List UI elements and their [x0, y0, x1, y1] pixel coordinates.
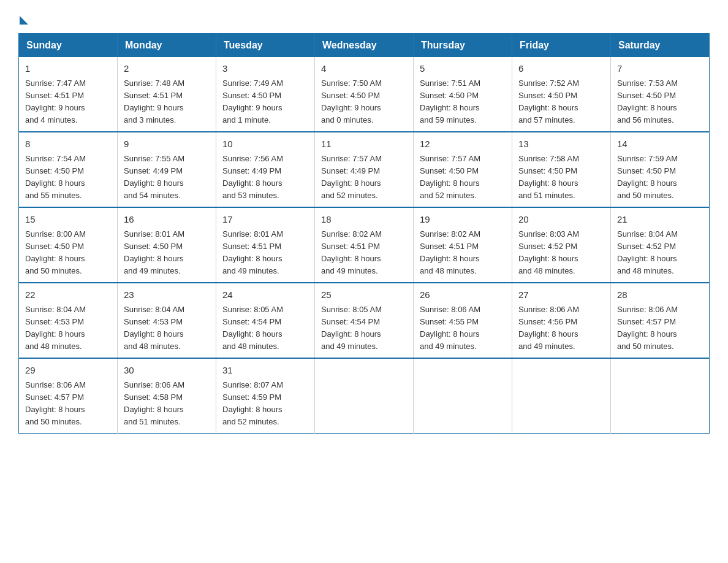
calendar-cell: 13Sunrise: 7:58 AMSunset: 4:50 PMDayligh…: [512, 132, 611, 207]
calendar-cell: [414, 358, 512, 434]
day-number: 31: [222, 364, 308, 378]
day-number: 14: [617, 137, 703, 151]
calendar-cell: 6Sunrise: 7:52 AMSunset: 4:50 PMDaylight…: [512, 57, 611, 132]
col-header-sunday: Sunday: [19, 34, 118, 58]
week-row-2: 8Sunrise: 7:54 AMSunset: 4:50 PMDaylight…: [19, 132, 710, 207]
week-row-3: 15Sunrise: 8:00 AMSunset: 4:50 PMDayligh…: [19, 207, 710, 283]
day-number: 17: [222, 213, 308, 227]
calendar-cell: 3Sunrise: 7:49 AMSunset: 4:50 PMDaylight…: [216, 57, 315, 132]
day-info: Sunrise: 7:52 AMSunset: 4:50 PMDaylight:…: [518, 77, 604, 127]
calendar-cell: 5Sunrise: 7:51 AMSunset: 4:50 PMDaylight…: [414, 57, 512, 132]
day-info: Sunrise: 8:06 AMSunset: 4:55 PMDaylight:…: [420, 304, 506, 353]
day-number: 24: [222, 288, 308, 302]
calendar-cell: 10Sunrise: 7:56 AMSunset: 4:49 PMDayligh…: [216, 132, 315, 207]
day-info: Sunrise: 8:00 AMSunset: 4:50 PMDaylight:…: [25, 228, 111, 278]
calendar-cell: 17Sunrise: 8:01 AMSunset: 4:51 PMDayligh…: [216, 207, 315, 283]
day-info: Sunrise: 8:06 AMSunset: 4:58 PMDaylight:…: [124, 379, 210, 429]
calendar-cell: 2Sunrise: 7:48 AMSunset: 4:51 PMDaylight…: [118, 57, 216, 132]
calendar-cell: 4Sunrise: 7:50 AMSunset: 4:50 PMDaylight…: [315, 57, 414, 132]
day-number: 6: [518, 62, 604, 76]
calendar-cell: 7Sunrise: 7:53 AMSunset: 4:50 PMDaylight…: [611, 57, 710, 132]
day-info: Sunrise: 8:06 AMSunset: 4:56 PMDaylight:…: [518, 304, 604, 353]
day-number: 4: [321, 62, 407, 76]
day-info: Sunrise: 7:56 AMSunset: 4:49 PMDaylight:…: [222, 153, 308, 202]
col-header-friday: Friday: [512, 34, 611, 58]
day-info: Sunrise: 7:50 AMSunset: 4:50 PMDaylight:…: [321, 77, 407, 127]
day-number: 20: [518, 213, 604, 227]
day-info: Sunrise: 8:04 AMSunset: 4:52 PMDaylight:…: [617, 228, 703, 278]
week-row-5: 29Sunrise: 8:06 AMSunset: 4:57 PMDayligh…: [19, 358, 710, 434]
calendar-cell: [315, 358, 414, 434]
day-info: Sunrise: 8:04 AMSunset: 4:53 PMDaylight:…: [25, 304, 111, 353]
calendar-cell: 16Sunrise: 8:01 AMSunset: 4:50 PMDayligh…: [118, 207, 216, 283]
calendar-cell: 11Sunrise: 7:57 AMSunset: 4:49 PMDayligh…: [315, 132, 414, 207]
day-number: 19: [420, 213, 506, 227]
calendar-cell: [512, 358, 611, 434]
calendar-cell: 28Sunrise: 8:06 AMSunset: 4:57 PMDayligh…: [611, 283, 710, 358]
week-row-1: 1Sunrise: 7:47 AMSunset: 4:51 PMDaylight…: [19, 57, 710, 132]
day-info: Sunrise: 8:05 AMSunset: 4:54 PMDaylight:…: [321, 304, 407, 353]
day-info: Sunrise: 8:06 AMSunset: 4:57 PMDaylight:…: [617, 304, 703, 353]
calendar-cell: 27Sunrise: 8:06 AMSunset: 4:56 PMDayligh…: [512, 283, 611, 358]
day-info: Sunrise: 8:04 AMSunset: 4:53 PMDaylight:…: [124, 304, 210, 353]
logo-arrow-icon: [20, 16, 28, 25]
day-info: Sunrise: 7:59 AMSunset: 4:50 PMDaylight:…: [617, 153, 703, 202]
week-row-4: 22Sunrise: 8:04 AMSunset: 4:53 PMDayligh…: [19, 283, 710, 358]
calendar-cell: 23Sunrise: 8:04 AMSunset: 4:53 PMDayligh…: [118, 283, 216, 358]
calendar-cell: 25Sunrise: 8:05 AMSunset: 4:54 PMDayligh…: [315, 283, 414, 358]
day-info: Sunrise: 8:01 AMSunset: 4:50 PMDaylight:…: [124, 228, 210, 278]
calendar-cell: 29Sunrise: 8:06 AMSunset: 4:57 PMDayligh…: [19, 358, 118, 434]
day-number: 9: [124, 137, 210, 151]
calendar-cell: 15Sunrise: 8:00 AMSunset: 4:50 PMDayligh…: [19, 207, 118, 283]
day-number: 11: [321, 137, 407, 151]
day-number: 25: [321, 288, 407, 302]
day-number: 7: [617, 62, 703, 76]
day-info: Sunrise: 7:49 AMSunset: 4:50 PMDaylight:…: [222, 77, 308, 127]
calendar-cell: 18Sunrise: 8:02 AMSunset: 4:51 PMDayligh…: [315, 207, 414, 283]
day-number: 28: [617, 288, 703, 302]
calendar-cell: 12Sunrise: 7:57 AMSunset: 4:50 PMDayligh…: [414, 132, 512, 207]
day-info: Sunrise: 8:03 AMSunset: 4:52 PMDaylight:…: [518, 228, 604, 278]
calendar-table: SundayMondayTuesdayWednesdayThursdayFrid…: [18, 33, 710, 434]
day-number: 3: [222, 62, 308, 76]
calendar-cell: 14Sunrise: 7:59 AMSunset: 4:50 PMDayligh…: [611, 132, 710, 207]
day-number: 5: [420, 62, 506, 76]
calendar-cell: 24Sunrise: 8:05 AMSunset: 4:54 PMDayligh…: [216, 283, 315, 358]
day-info: Sunrise: 7:51 AMSunset: 4:50 PMDaylight:…: [420, 77, 506, 127]
logo: [18, 12, 28, 22]
col-header-saturday: Saturday: [611, 34, 710, 58]
day-info: Sunrise: 7:47 AMSunset: 4:51 PMDaylight:…: [25, 77, 111, 127]
calendar-cell: 30Sunrise: 8:06 AMSunset: 4:58 PMDayligh…: [118, 358, 216, 434]
calendar-cell: [611, 358, 710, 434]
day-info: Sunrise: 7:48 AMSunset: 4:51 PMDaylight:…: [124, 77, 210, 127]
day-info: Sunrise: 7:55 AMSunset: 4:49 PMDaylight:…: [124, 153, 210, 202]
day-number: 26: [420, 288, 506, 302]
col-header-tuesday: Tuesday: [216, 34, 315, 58]
day-number: 15: [25, 213, 111, 227]
day-info: Sunrise: 7:54 AMSunset: 4:50 PMDaylight:…: [25, 153, 111, 202]
page-header: [18, 12, 710, 22]
day-info: Sunrise: 8:07 AMSunset: 4:59 PMDaylight:…: [222, 379, 308, 429]
day-info: Sunrise: 8:01 AMSunset: 4:51 PMDaylight:…: [222, 228, 308, 278]
day-number: 29: [25, 364, 111, 378]
day-number: 23: [124, 288, 210, 302]
calendar-cell: 26Sunrise: 8:06 AMSunset: 4:55 PMDayligh…: [414, 283, 512, 358]
col-header-thursday: Thursday: [414, 34, 512, 58]
day-number: 21: [617, 213, 703, 227]
calendar-cell: 21Sunrise: 8:04 AMSunset: 4:52 PMDayligh…: [611, 207, 710, 283]
day-number: 12: [420, 137, 506, 151]
day-number: 1: [25, 62, 111, 76]
day-number: 30: [124, 364, 210, 378]
calendar-cell: 31Sunrise: 8:07 AMSunset: 4:59 PMDayligh…: [216, 358, 315, 434]
col-header-wednesday: Wednesday: [315, 34, 414, 58]
day-number: 27: [518, 288, 604, 302]
day-info: Sunrise: 7:58 AMSunset: 4:50 PMDaylight:…: [518, 153, 604, 202]
calendar-cell: 20Sunrise: 8:03 AMSunset: 4:52 PMDayligh…: [512, 207, 611, 283]
day-info: Sunrise: 7:57 AMSunset: 4:49 PMDaylight:…: [321, 153, 407, 202]
calendar-cell: 8Sunrise: 7:54 AMSunset: 4:50 PMDaylight…: [19, 132, 118, 207]
day-number: 2: [124, 62, 210, 76]
day-info: Sunrise: 8:06 AMSunset: 4:57 PMDaylight:…: [25, 379, 111, 429]
day-info: Sunrise: 8:02 AMSunset: 4:51 PMDaylight:…: [321, 228, 407, 278]
day-number: 13: [518, 137, 604, 151]
calendar-cell: 1Sunrise: 7:47 AMSunset: 4:51 PMDaylight…: [19, 57, 118, 132]
